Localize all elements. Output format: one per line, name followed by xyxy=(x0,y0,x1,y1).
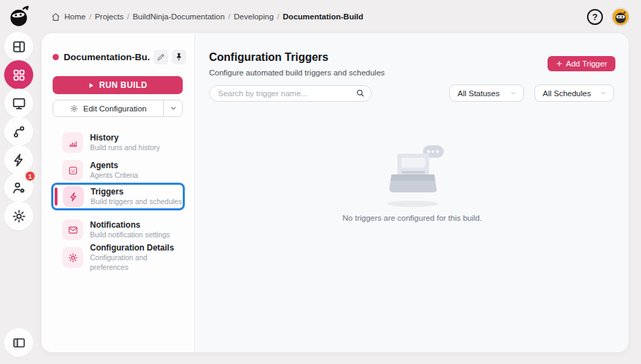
edit-configuration-button: Edit Configuration xyxy=(53,100,183,117)
top-bar: Home / Projects / BuildNinja-Documentati… xyxy=(0,0,641,33)
breadcrumb-separator: / xyxy=(89,12,91,21)
notification-count-badge: 1 xyxy=(25,171,35,181)
search-icon xyxy=(356,89,365,98)
page-subtitle: Configure automated build triggers and s… xyxy=(209,69,385,77)
actions-lightning-icon[interactable] xyxy=(4,145,33,174)
edit-configuration-action[interactable]: Edit Configuration xyxy=(53,100,163,116)
edit-configuration-dropdown-toggle[interactable] xyxy=(163,100,182,116)
search-input[interactable] xyxy=(209,85,372,102)
sidebar-item-notifications[interactable]: Notifications Build notification setting… xyxy=(62,219,183,241)
build-header: Documentation-Bu... xyxy=(53,48,186,65)
top-actions: ? xyxy=(587,0,630,33)
breadcrumb-item-home[interactable]: Home xyxy=(64,12,86,21)
home-icon xyxy=(51,12,60,21)
settings-gear-icon[interactable] xyxy=(4,201,33,230)
content-panel: Documentation-Bu... RUN BUILD Edit Confi… xyxy=(42,33,629,352)
triggers-lightning-icon xyxy=(63,186,84,207)
breadcrumb: Home / Projects / BuildNinja-Documentati… xyxy=(51,0,363,33)
history-chart-icon xyxy=(62,132,83,153)
projects-grid-icon[interactable] xyxy=(4,60,33,89)
agents-robot-icon xyxy=(62,160,83,181)
breadcrumb-item-project[interactable]: BuildNinja-Documentation xyxy=(133,12,225,21)
breadcrumb-separator: / xyxy=(228,12,231,21)
sidebar-menu: History Build runs and history Agents Ag… xyxy=(42,131,195,274)
sidebar-item-history[interactable]: History Build runs and history xyxy=(62,131,183,154)
help-icon[interactable]: ? xyxy=(587,9,603,25)
config-gear-icon xyxy=(62,247,83,268)
selected-accent-bar xyxy=(55,188,57,206)
user-avatar[interactable] xyxy=(611,8,630,26)
sidebar-item-configuration-details[interactable]: Configuration Details Configuration and … xyxy=(62,246,183,269)
play-icon xyxy=(88,82,94,89)
collapse-sidebar-icon[interactable] xyxy=(4,328,33,357)
gear-icon xyxy=(70,104,78,113)
envelope-icon xyxy=(62,219,83,240)
sidebar-item-triggers[interactable]: Triggers Build triggers and schedules xyxy=(51,183,185,210)
breadcrumb-item-subproject[interactable]: Developing xyxy=(234,12,274,21)
build-status-dot xyxy=(53,54,59,60)
add-trigger-button[interactable]: Add Trigger xyxy=(548,56,615,71)
breadcrumb-separator: / xyxy=(277,12,279,21)
trigger-search xyxy=(209,85,372,102)
build-name: Documentation-Bu... xyxy=(64,52,150,62)
agents-monitor-icon[interactable] xyxy=(4,89,33,118)
chevron-down-icon xyxy=(599,89,607,97)
layout-dashboard-icon[interactable] xyxy=(4,32,33,61)
status-filter-select[interactable]: All Statuses xyxy=(449,84,524,102)
git-branch-icon[interactable] xyxy=(4,117,33,146)
user-settings-icon[interactable]: 1 xyxy=(4,173,33,202)
breadcrumb-item-projects[interactable]: Projects xyxy=(95,12,124,21)
pin-build-button[interactable] xyxy=(172,50,186,64)
empty-state-message: No triggers are configured for this buil… xyxy=(196,214,629,222)
rename-build-button[interactable] xyxy=(154,50,168,64)
chevron-down-icon xyxy=(509,89,517,97)
plus-icon xyxy=(556,60,563,67)
empty-state: No triggers are configured for this buil… xyxy=(196,144,629,222)
empty-inbox-illustration-icon xyxy=(381,144,444,198)
build-sidebar: Documentation-Bu... RUN BUILD Edit Confi… xyxy=(42,33,195,352)
breadcrumb-separator: / xyxy=(127,12,129,21)
breadcrumb-item-current[interactable]: Documentation-Build xyxy=(283,12,363,21)
illustration-shadow xyxy=(387,201,438,207)
run-build-button[interactable]: RUN BUILD xyxy=(53,76,183,94)
app-logo-ninja-icon[interactable] xyxy=(6,3,33,30)
schedule-filter-select[interactable]: All Schedules xyxy=(534,84,614,102)
sidebar-item-agents[interactable]: Agents Agents Criteria xyxy=(62,159,183,181)
triggers-page: Configuration Triggers Configure automat… xyxy=(196,33,629,352)
page-title: Configuration Triggers xyxy=(209,51,328,64)
